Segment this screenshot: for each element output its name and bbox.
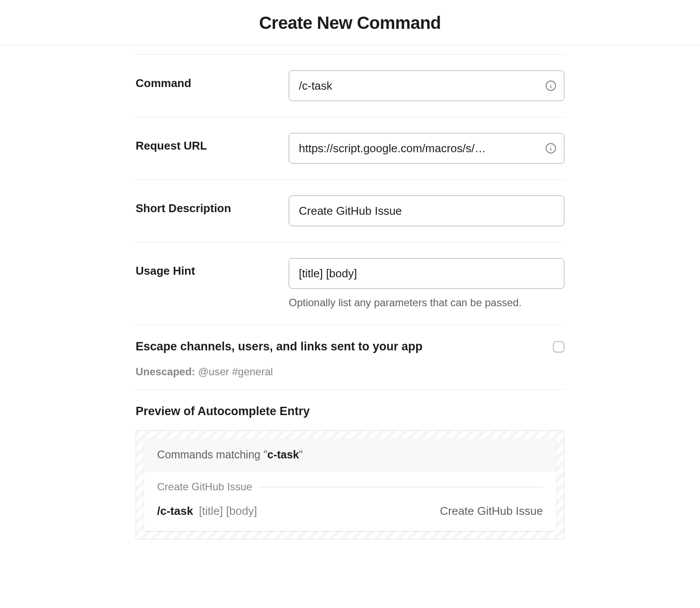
page-title: Create New Command bbox=[0, 13, 700, 33]
usage-hint-helper: Optionally list any parameters that can … bbox=[289, 297, 564, 309]
autocomplete-header: Commands matching "c-task" bbox=[144, 439, 556, 471]
preview-section: Preview of Autocomplete Entry Commands m… bbox=[136, 389, 564, 539]
autocomplete-right: Create GitHub Issue bbox=[440, 504, 543, 518]
autocomplete-command: /c-task bbox=[157, 504, 193, 517]
request-url-input[interactable] bbox=[289, 133, 564, 164]
escape-checkbox[interactable] bbox=[553, 341, 564, 353]
autocomplete-desc: Create GitHub Issue bbox=[157, 481, 252, 493]
autocomplete-hint: [title] [body] bbox=[199, 504, 257, 517]
info-icon[interactable] bbox=[545, 80, 556, 91]
usage-hint-label: Usage Hint bbox=[136, 264, 289, 278]
command-row: Command bbox=[136, 54, 564, 117]
escape-subtext: Unescaped: @user #general bbox=[136, 366, 564, 378]
command-input[interactable] bbox=[289, 70, 564, 101]
short-description-label: Short Description bbox=[136, 202, 289, 215]
command-label: Command bbox=[136, 77, 289, 90]
svg-point-5 bbox=[550, 146, 551, 146]
short-description-row: Short Description bbox=[136, 179, 564, 242]
page-header: Create New Command bbox=[0, 0, 700, 45]
form-container: Command Request URL bbox=[136, 45, 564, 539]
usage-hint-input[interactable] bbox=[289, 258, 564, 289]
autocomplete-row: /c-task [title] [body] Create GitHub Iss… bbox=[157, 504, 543, 518]
autocomplete-card: Commands matching "c-task" Create GitHub… bbox=[144, 439, 556, 531]
preview-box: Commands matching "c-task" Create GitHub… bbox=[136, 430, 564, 539]
info-icon[interactable] bbox=[545, 143, 556, 154]
request-url-label: Request URL bbox=[136, 139, 289, 153]
svg-point-2 bbox=[550, 83, 551, 84]
escape-row: Escape channels, users, and links sent t… bbox=[136, 325, 564, 389]
usage-hint-row: Usage Hint Optionally list any parameter… bbox=[136, 242, 564, 325]
request-url-row: Request URL bbox=[136, 117, 564, 179]
short-description-input[interactable] bbox=[289, 196, 564, 226]
preview-title: Preview of Autocomplete Entry bbox=[136, 405, 564, 418]
escape-title: Escape channels, users, and links sent t… bbox=[136, 340, 423, 353]
